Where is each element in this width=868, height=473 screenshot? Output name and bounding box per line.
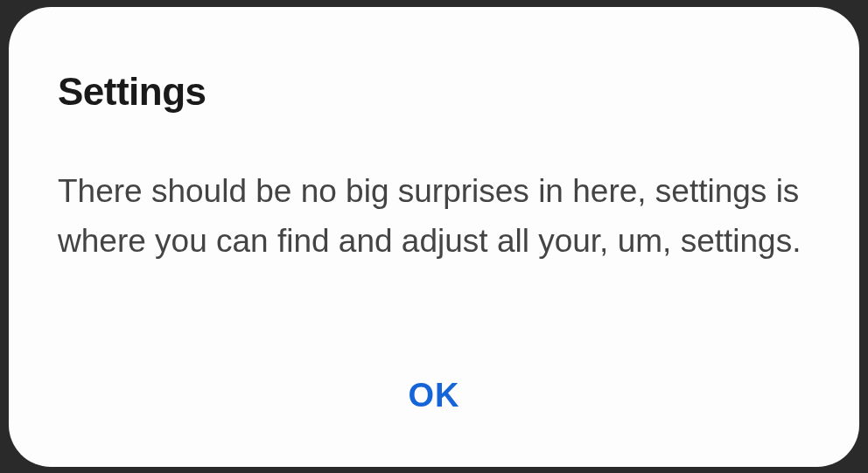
dialog-body-text: There should be no big surprises in here…	[58, 166, 810, 368]
settings-dialog: Settings There should be no big surprise…	[9, 7, 859, 467]
ok-button[interactable]: OK	[382, 368, 486, 423]
dialog-actions: OK	[58, 368, 810, 432]
dialog-title: Settings	[58, 70, 810, 114]
